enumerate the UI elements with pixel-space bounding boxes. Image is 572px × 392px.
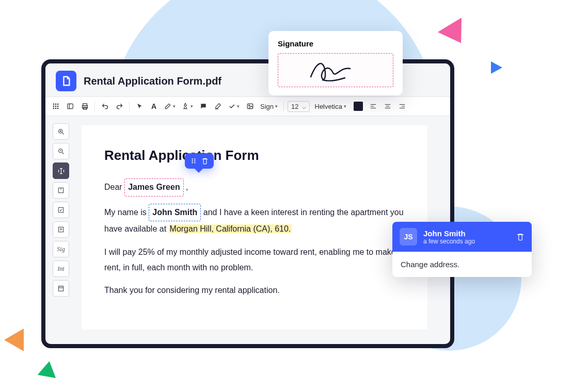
zoom-out-button[interactable] xyxy=(53,143,69,159)
textarea-tool[interactable] xyxy=(53,182,69,199)
svg-point-49 xyxy=(194,162,195,163)
initials-tool[interactable]: Int xyxy=(53,260,69,277)
highlight-tool-button[interactable]: ▾ xyxy=(180,100,195,112)
sender-name-field[interactable]: John Smith xyxy=(149,204,201,221)
panel-toggle-button[interactable] xyxy=(64,100,76,112)
signature-label: Signature xyxy=(278,39,393,48)
select-tool-button[interactable] xyxy=(133,100,146,112)
recipient-name-field[interactable]: James Green xyxy=(124,178,184,196)
address-highlight[interactable]: Morgan Hill, California (CA), 610. xyxy=(169,224,292,233)
paragraph-tool[interactable] xyxy=(53,221,69,238)
draw-tool-button[interactable]: ▾ xyxy=(162,100,178,112)
drag-handle-icon[interactable] xyxy=(190,157,197,165)
align-center-button[interactable] xyxy=(382,100,394,112)
align-right-button[interactable] xyxy=(396,100,408,112)
decorative-triangle xyxy=(38,360,59,378)
check-tool-button[interactable]: ▾ xyxy=(226,100,242,112)
svg-rect-2 xyxy=(57,104,58,105)
decorative-triangle xyxy=(438,11,471,43)
document: Rental Application Form Dear James Green… xyxy=(82,125,427,330)
signature-card: Signature xyxy=(268,31,403,95)
delete-comment-button[interactable] xyxy=(516,233,525,241)
svg-rect-1 xyxy=(55,104,56,105)
svg-point-16 xyxy=(248,105,249,106)
comment-author: John Smith xyxy=(423,229,510,238)
comment-time: a few seconds ago xyxy=(423,238,510,245)
paragraph-3: Thank you for considering my rental appl… xyxy=(104,283,405,298)
comment-text: Change address. xyxy=(392,252,532,277)
checkbox-tool[interactable] xyxy=(53,202,69,218)
svg-point-46 xyxy=(192,160,193,161)
signature-tool[interactable]: Sig xyxy=(53,241,69,257)
svg-rect-6 xyxy=(53,108,54,109)
svg-line-27 xyxy=(62,133,63,134)
comment-header: JS John Smith a few seconds ago xyxy=(392,222,532,252)
text-field-tool[interactable] xyxy=(53,162,69,179)
signature-glyph xyxy=(305,57,367,83)
print-button[interactable] xyxy=(78,100,91,112)
svg-rect-9 xyxy=(68,104,73,108)
align-left-button[interactable] xyxy=(367,100,379,112)
redo-button[interactable] xyxy=(113,100,125,112)
svg-rect-0 xyxy=(53,104,54,105)
text-tool-button[interactable]: A xyxy=(148,100,160,112)
sign-dropdown[interactable]: Sign▾ xyxy=(258,100,280,112)
svg-point-48 xyxy=(192,162,193,163)
sidebar: Sig Int xyxy=(45,116,76,339)
erase-button[interactable] xyxy=(212,100,224,112)
comment-button[interactable] xyxy=(197,100,210,112)
comment-card: JS John Smith a few seconds ago Change a… xyxy=(392,222,532,277)
svg-rect-7 xyxy=(55,108,56,109)
image-button[interactable] xyxy=(244,100,256,112)
paragraph-2: I will pay 25% of my monthly adjusted in… xyxy=(104,244,405,276)
document-heading: Rental Application Form xyxy=(104,143,405,168)
font-family-select[interactable]: Helvetica▾ xyxy=(312,100,349,112)
file-title: Rental Application Form.pdf xyxy=(84,75,221,87)
signature-field[interactable] xyxy=(278,53,393,87)
avatar: JS xyxy=(400,228,417,246)
salutation-line: Dear James Green , xyxy=(104,178,405,196)
decorative-triangle xyxy=(491,61,502,74)
font-size-select[interactable]: 12⌵ xyxy=(288,101,309,112)
svg-line-31 xyxy=(62,152,63,154)
text-color-button[interactable] xyxy=(352,100,365,112)
app-window: Rental Application Form.pdf A ▾ ▾ ▾ Sign… xyxy=(41,59,454,348)
delete-field-icon[interactable] xyxy=(201,157,209,165)
svg-rect-4 xyxy=(55,106,56,107)
grid-view-button[interactable] xyxy=(50,100,62,112)
zoom-in-button[interactable] xyxy=(53,123,69,140)
svg-point-47 xyxy=(194,160,195,161)
app-logo xyxy=(56,71,76,91)
toolbar: A ▾ ▾ ▾ Sign▾ 12⌵ Helvetica▾ xyxy=(45,96,450,116)
decorative-triangle xyxy=(4,329,24,351)
field-actions-bubble xyxy=(185,153,214,169)
svg-point-45 xyxy=(194,158,195,159)
date-tool[interactable] xyxy=(53,280,69,297)
svg-rect-3 xyxy=(53,106,54,107)
svg-rect-5 xyxy=(57,106,58,107)
svg-point-44 xyxy=(192,158,193,159)
svg-rect-40 xyxy=(58,286,63,291)
paragraph-1: My name is John Smith and I have a keen … xyxy=(104,204,405,237)
svg-rect-8 xyxy=(57,108,58,109)
svg-rect-36 xyxy=(58,207,63,212)
undo-button[interactable] xyxy=(99,100,111,112)
